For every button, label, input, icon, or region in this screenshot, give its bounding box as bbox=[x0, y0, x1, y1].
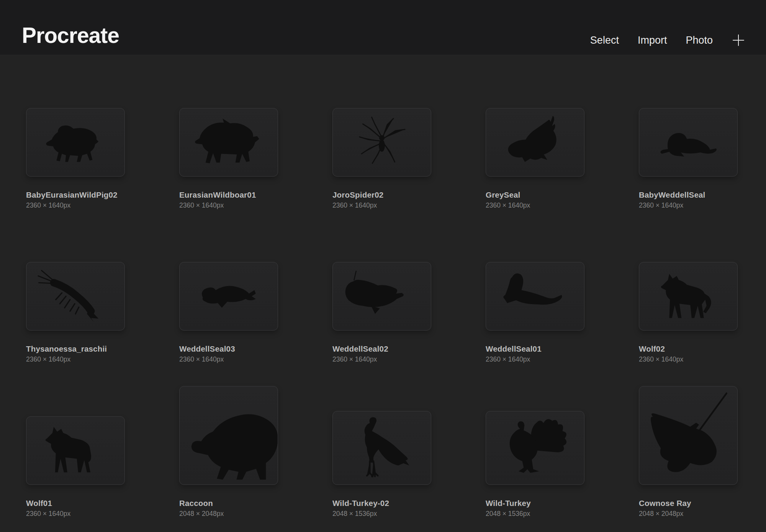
artwork-title[interactable]: WeddellSeal01 bbox=[486, 344, 584, 354]
artwork-item: BabyEurasianWildPig02 2360 × 1640px bbox=[26, 108, 125, 210]
import-button[interactable]: Import bbox=[638, 35, 667, 46]
artwork-dimensions: 2360 × 1640px bbox=[486, 355, 584, 363]
wolf-standing-silhouette-icon bbox=[639, 262, 737, 330]
artwork-item: BabyWeddellSeal 2360 × 1640px bbox=[639, 108, 738, 210]
artwork-title[interactable]: Wolf02 bbox=[639, 344, 738, 354]
artwork-dimensions: 2048 × 1536px bbox=[332, 510, 431, 518]
artwork-item: Raccoon 2048 × 2048px bbox=[179, 386, 278, 518]
artwork-dimensions: 2360 × 1640px bbox=[26, 201, 125, 210]
artwork-thumbnail[interactable] bbox=[639, 108, 738, 177]
artwork-thumbnail[interactable] bbox=[179, 108, 278, 177]
artwork-dimensions: 2360 × 1640px bbox=[26, 510, 125, 518]
artwork-item: Wolf02 2360 × 1640px bbox=[639, 262, 738, 363]
artwork-title[interactable]: WeddellSeal03 bbox=[179, 344, 278, 354]
grey-seal-silhouette-icon bbox=[486, 108, 584, 176]
artwork-title[interactable]: Wild-Turkey bbox=[486, 499, 584, 508]
artwork-title[interactable]: Thysanoessa_raschii bbox=[26, 344, 125, 354]
cownose-ray-silhouette-icon bbox=[639, 386, 737, 485]
artwork-item: Wolf01 2360 × 1640px bbox=[26, 386, 125, 518]
wild-boar-silhouette-icon bbox=[180, 108, 278, 176]
turkey-fan-tail-silhouette-icon bbox=[486, 411, 584, 485]
artwork-thumbnail[interactable] bbox=[639, 386, 738, 485]
artwork-dimensions: 2360 × 1640px bbox=[332, 355, 431, 363]
artwork-dimensions: 2360 × 1640px bbox=[179, 355, 278, 363]
artwork-thumbnail[interactable] bbox=[332, 411, 431, 485]
artwork-thumbnail[interactable] bbox=[639, 262, 738, 331]
artwork-dimensions: 2048 × 2048px bbox=[179, 510, 278, 518]
artwork-item: Wild-Turkey 2048 × 1536px bbox=[486, 386, 584, 518]
artwork-thumbnail[interactable] bbox=[26, 108, 125, 177]
gallery-row-1: BabyEurasianWildPig02 2360 × 1640px Eura… bbox=[0, 108, 766, 210]
artwork-item: WeddellSeal02 2360 × 1640px bbox=[332, 262, 431, 363]
turkey-standing-silhouette-icon bbox=[333, 411, 431, 485]
select-button[interactable]: Select bbox=[590, 35, 619, 46]
artwork-dimensions: 2360 × 1640px bbox=[639, 201, 738, 210]
artwork-dimensions: 2360 × 1640px bbox=[26, 355, 125, 363]
artwork-item: Thysanoessa_raschii 2360 × 1640px bbox=[26, 262, 125, 363]
artwork-title[interactable]: BabyWeddellSeal bbox=[639, 190, 738, 200]
artwork-title[interactable]: EurasianWildboar01 bbox=[179, 190, 278, 200]
artwork-dimensions: 2360 × 1640px bbox=[639, 355, 738, 363]
artwork-thumbnail[interactable] bbox=[179, 386, 278, 485]
gallery-row-3: Wolf01 2360 × 1640px Raccoon 2048 × 2048… bbox=[0, 386, 766, 518]
artwork-thumbnail[interactable] bbox=[332, 108, 431, 177]
artwork-item: GreySeal 2360 × 1640px bbox=[486, 108, 584, 210]
artwork-thumbnail[interactable] bbox=[486, 262, 584, 331]
seal-lying-silhouette-icon bbox=[333, 262, 431, 330]
artwork-thumbnail[interactable] bbox=[26, 262, 125, 331]
artwork-item: JoroSpider02 2360 × 1640px bbox=[332, 108, 431, 210]
wolf-standing-silhouette-icon bbox=[26, 417, 124, 485]
artwork-dimensions: 2360 × 1640px bbox=[486, 201, 584, 210]
header-actions: Select Import Photo bbox=[590, 33, 745, 46]
artwork-title[interactable]: Cownose Ray bbox=[639, 499, 738, 508]
artwork-title[interactable]: Raccoon bbox=[179, 499, 278, 508]
artwork-title[interactable]: JoroSpider02 bbox=[332, 190, 431, 200]
baby-seal-silhouette-icon bbox=[639, 108, 737, 176]
artwork-item: EurasianWildboar01 2360 × 1640px bbox=[179, 108, 278, 210]
artwork-thumbnail[interactable] bbox=[486, 411, 584, 485]
artwork-item: WeddellSeal03 2360 × 1640px bbox=[179, 262, 278, 363]
artwork-item: Wild-Turkey-02 2048 × 1536px bbox=[332, 386, 431, 518]
baby-wild-pig-silhouette-icon bbox=[26, 108, 124, 176]
spider-silhouette-icon bbox=[333, 108, 431, 176]
artwork-dimensions: 2360 × 1640px bbox=[179, 201, 278, 210]
krill-silhouette-icon bbox=[26, 262, 124, 330]
artwork-item: WeddellSeal01 2360 × 1640px bbox=[486, 262, 584, 363]
artwork-title[interactable]: GreySeal bbox=[486, 190, 584, 200]
seal-swimming-silhouette-icon bbox=[180, 262, 278, 330]
gallery-row-2: Thysanoessa_raschii 2360 × 1640px Weddel… bbox=[0, 262, 766, 363]
app-title: Procreate bbox=[22, 25, 119, 46]
plus-icon[interactable] bbox=[732, 33, 745, 47]
artwork-thumbnail[interactable] bbox=[486, 108, 584, 177]
seal-head-raised-silhouette-icon bbox=[486, 262, 584, 330]
artwork-dimensions: 2360 × 1640px bbox=[332, 201, 431, 210]
artwork-thumbnail[interactable] bbox=[26, 416, 125, 485]
artwork-thumbnail[interactable] bbox=[332, 262, 431, 331]
artwork-title[interactable]: BabyEurasianWildPig02 bbox=[26, 190, 125, 200]
artwork-title[interactable]: Wild-Turkey-02 bbox=[332, 499, 431, 508]
photo-button[interactable]: Photo bbox=[686, 35, 713, 46]
artwork-title[interactable]: Wolf01 bbox=[26, 499, 125, 508]
gallery-header: Procreate Select Import Photo bbox=[0, 0, 766, 55]
raccoon-silhouette-icon bbox=[180, 386, 278, 485]
artwork-item: Cownose Ray 2048 × 2048px bbox=[639, 386, 738, 518]
artwork-thumbnail[interactable] bbox=[179, 262, 278, 331]
artwork-title[interactable]: WeddellSeal02 bbox=[332, 344, 431, 354]
artwork-dimensions: 2048 × 1536px bbox=[486, 510, 584, 518]
artwork-dimensions: 2048 × 2048px bbox=[639, 510, 738, 518]
